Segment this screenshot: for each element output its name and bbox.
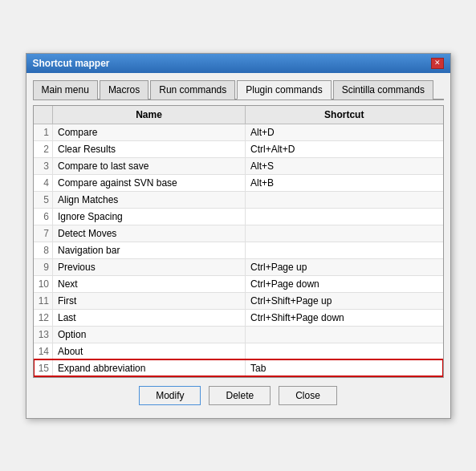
table-row[interactable]: 1CompareAlt+D (34, 124, 443, 140)
row-name: Clear Results (53, 140, 246, 157)
tab-bar: Main menuMacrosRun commandsPlugin comman… (33, 79, 444, 100)
row-shortcut: Ctrl+Alt+Shift+Enter (246, 376, 443, 378)
window-content: Main menuMacrosRun commandsPlugin comman… (26, 73, 450, 418)
row-number: 10 (34, 275, 53, 292)
shortcut-table: Name Shortcut 1CompareAlt+D2Clear Result… (34, 106, 443, 378)
row-shortcut: Ctrl+Shift+Page up (246, 292, 443, 309)
shortcut-mapper-window: Shortcut mapper ✕ Main menuMacrosRun com… (26, 53, 451, 419)
row-name: Last (53, 309, 246, 326)
tab-plugin-commands[interactable]: Plugin commands (237, 80, 331, 99)
table-row[interactable]: 12LastCtrl+Shift+Page down (34, 309, 443, 326)
row-number: 5 (34, 191, 53, 208)
shortcut-table-container[interactable]: Name Shortcut 1CompareAlt+D2Clear Result… (33, 105, 444, 378)
table-row[interactable]: 10NextCtrl+Page down (34, 275, 443, 292)
row-number: 1 (34, 124, 53, 140)
row-number: 13 (34, 326, 53, 343)
row-name: Compare against SVN base (53, 174, 246, 191)
row-number: 14 (34, 343, 53, 359)
title-bar: Shortcut mapper ✕ (26, 54, 450, 73)
row-name: Option (53, 326, 246, 343)
table-row[interactable]: 15Expand abbreviationTab (34, 359, 443, 376)
window-title: Shortcut mapper (33, 58, 110, 69)
col-header-name: Name (53, 106, 246, 124)
row-shortcut: Ctrl+Alt+D (246, 140, 443, 157)
col-header-shortcut: Shortcut (246, 106, 443, 124)
row-number: 3 (34, 157, 53, 174)
row-name: Compare (53, 124, 246, 140)
table-row[interactable]: 11FirstCtrl+Shift+Page up (34, 292, 443, 309)
tab-macros[interactable]: Macros (100, 80, 148, 99)
row-number: 11 (34, 292, 53, 309)
tab-run-commands[interactable]: Run commands (150, 80, 235, 99)
row-number: 2 (34, 140, 53, 157)
delete-button[interactable]: Delete (209, 386, 271, 405)
row-number: 12 (34, 309, 53, 326)
table-row[interactable]: 6Ignore Spacing (34, 208, 443, 225)
table-row[interactable]: 16Wrap with abbreviationCtrl+Alt+Shift+E… (34, 376, 443, 378)
row-shortcut (246, 242, 443, 258)
modify-button[interactable]: Modify (139, 386, 201, 405)
table-row[interactable]: 7Detect Moves (34, 225, 443, 242)
row-number: 7 (34, 225, 53, 242)
row-shortcut: Ctrl+Shift+Page down (246, 309, 443, 326)
row-shortcut: Ctrl+Page up (246, 258, 443, 275)
row-number: 15 (34, 359, 53, 376)
table-row[interactable]: 2Clear ResultsCtrl+Alt+D (34, 140, 443, 157)
row-number: 9 (34, 258, 53, 275)
button-row: Modify Delete Close (33, 386, 444, 412)
row-shortcut (246, 208, 443, 225)
col-header-num (34, 106, 53, 124)
row-number: 4 (34, 174, 53, 191)
table-row[interactable]: 5Align Matches (34, 191, 443, 208)
row-name: Previous (53, 258, 246, 275)
row-shortcut: Ctrl+Page down (246, 275, 443, 292)
row-name: Detect Moves (53, 225, 246, 242)
row-shortcut: Alt+B (246, 174, 443, 191)
row-shortcut: Alt+D (246, 124, 443, 140)
row-number: 16 (34, 376, 53, 378)
table-row[interactable]: 13Option (34, 326, 443, 343)
tab-scintilla-commands[interactable]: Scintilla commands (333, 80, 433, 99)
row-name: Ignore Spacing (53, 208, 246, 225)
title-bar-buttons: ✕ (431, 58, 444, 69)
row-name: First (53, 292, 246, 309)
row-shortcut (246, 326, 443, 343)
table-row[interactable]: 4Compare against SVN baseAlt+B (34, 174, 443, 191)
row-name: Align Matches (53, 191, 246, 208)
table-row[interactable]: 3Compare to last saveAlt+S (34, 157, 443, 174)
row-name: Navigation bar (53, 242, 246, 258)
table-row[interactable]: 9PreviousCtrl+Page up (34, 258, 443, 275)
row-name: Wrap with abbreviation (53, 376, 246, 378)
close-window-button[interactable]: ✕ (431, 58, 444, 69)
row-name: Expand abbreviation (53, 359, 246, 376)
row-shortcut: Alt+S (246, 157, 443, 174)
row-number: 8 (34, 242, 53, 258)
row-shortcut: Tab (246, 359, 443, 376)
row-name: About (53, 343, 246, 359)
row-shortcut (246, 343, 443, 359)
row-shortcut (246, 225, 443, 242)
table-row[interactable]: 14About (34, 343, 443, 359)
table-row[interactable]: 8Navigation bar (34, 242, 443, 258)
row-number: 6 (34, 208, 53, 225)
row-name: Next (53, 275, 246, 292)
tab-main-menu[interactable]: Main menu (33, 80, 98, 99)
row-shortcut (246, 191, 443, 208)
close-button[interactable]: Close (279, 386, 337, 405)
row-name: Compare to last save (53, 157, 246, 174)
